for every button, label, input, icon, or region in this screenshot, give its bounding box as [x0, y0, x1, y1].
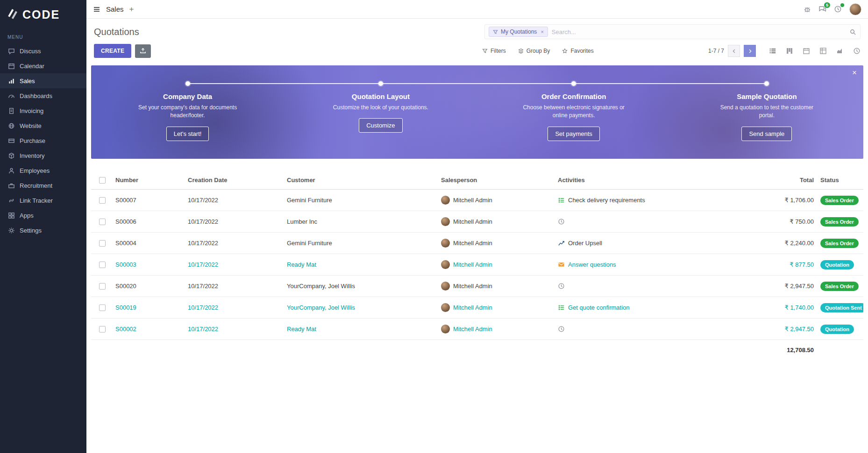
list-view-icon[interactable] — [769, 47, 776, 55]
customize-button[interactable]: Customize — [359, 118, 402, 133]
sidebar-item-settings[interactable]: Settings — [0, 223, 86, 238]
header-status[interactable]: Status — [818, 177, 863, 184]
row-checkbox[interactable] — [99, 197, 106, 204]
clock-icon[interactable] — [558, 218, 565, 225]
filters-button[interactable]: Filters — [482, 48, 506, 54]
table-row[interactable]: S00006 10/17/2022 Lumber Inc Mitchell Ad… — [91, 211, 863, 233]
table-row[interactable]: S00007 10/17/2022 Gemini Furniture Mitch… — [91, 190, 863, 211]
sidebar-item-label: Sales — [20, 78, 35, 85]
cell-total: ₹ 1,740.00 — [758, 304, 818, 311]
cell-activity[interactable]: Order Upsell — [568, 240, 602, 247]
status-badge: Sales Order — [820, 239, 859, 248]
search-input[interactable] — [552, 28, 849, 35]
sidebar-item-invoicing[interactable]: Invoicing — [0, 103, 86, 118]
select-all-checkbox[interactable] — [99, 177, 106, 184]
cell-total: ₹ 2,240.00 — [758, 240, 818, 247]
activities-clock-icon[interactable] — [834, 5, 842, 13]
lets-start-button[interactable]: Let's start! — [166, 127, 209, 141]
sidebar-item-link-tracker[interactable]: Link Tracker — [0, 193, 86, 208]
header-total[interactable]: Total — [758, 177, 818, 184]
kanban-view-icon[interactable] — [786, 47, 793, 55]
sidebar-item-label: Discuss — [20, 48, 41, 55]
sidebar-item-inventory[interactable]: Inventory — [0, 148, 86, 163]
cell-customer: Ready Mat — [285, 261, 439, 268]
step-description: Send a quotation to test the customer po… — [712, 104, 822, 120]
export-button[interactable] — [135, 44, 151, 58]
sidebar-item-recruitment[interactable]: Recruitment — [0, 178, 86, 193]
pivot-view-icon[interactable] — [819, 47, 827, 55]
table-row[interactable]: S00019 10/17/2022 YourCompany, Joel Will… — [91, 297, 863, 319]
sidebar-item-employees[interactable]: Employees — [0, 163, 86, 178]
pager-next-button[interactable] — [744, 45, 756, 57]
send-sample-button[interactable]: Send sample — [741, 127, 792, 141]
sidebar-item-purchase[interactable]: Purchase — [0, 133, 86, 148]
filter-funnel-icon — [493, 29, 498, 35]
row-checkbox[interactable] — [99, 219, 106, 225]
header-creation-date[interactable]: Creation Date — [186, 177, 285, 184]
favorites-star-icon — [562, 48, 568, 54]
create-button[interactable]: CREATE — [94, 44, 131, 58]
search-icon[interactable] — [849, 28, 856, 35]
cell-number: S00020 — [114, 283, 186, 290]
header-number[interactable]: Number — [114, 177, 186, 184]
view-switcher — [769, 47, 861, 55]
cell-activity[interactable]: Check delivery requirements — [568, 197, 645, 204]
row-checkbox[interactable] — [99, 283, 106, 290]
calendar-view-icon[interactable] — [803, 47, 810, 55]
table-row[interactable]: S00004 10/17/2022 Gemini Furniture Mitch… — [91, 233, 863, 254]
group-by-button[interactable]: Group By — [518, 48, 550, 54]
salesperson-avatar — [441, 303, 450, 312]
activities-badge-dot — [840, 3, 844, 7]
onboarding-step-order-confirmation: Order Confirmation Choose between electr… — [477, 92, 670, 159]
brand-logo[interactable]: CODE — [0, 0, 86, 28]
table-row[interactable]: S00003 10/17/2022 Ready Mat Mitchell Adm… — [91, 254, 863, 276]
facet-remove-icon[interactable]: × — [541, 29, 543, 35]
row-checkbox[interactable] — [99, 240, 106, 247]
activity-view-icon[interactable] — [853, 47, 861, 55]
sidebar-item-website[interactable]: Website — [0, 118, 86, 133]
debug-bug-icon[interactable] — [804, 6, 811, 13]
tasks-icon[interactable] — [558, 197, 565, 204]
header-salesperson[interactable]: Salesperson — [439, 177, 556, 184]
graph-view-icon[interactable] — [836, 47, 844, 55]
sidebar-item-label: Recruitment — [20, 182, 52, 189]
sidebar-item-apps[interactable]: Apps — [0, 208, 86, 223]
sidebar-item-dashboards[interactable]: Dashboards — [0, 88, 86, 103]
cell-date: 10/17/2022 — [186, 261, 285, 268]
cell-activity[interactable]: Answer questions — [568, 261, 616, 268]
tasks-icon[interactable] — [558, 304, 565, 311]
onboarding-step-sample-quotation: Sample Quotation Send a quotation to tes… — [670, 92, 863, 159]
sidebar-item-calendar[interactable]: Calendar — [0, 58, 86, 73]
table-row[interactable]: S00002 10/17/2022 Ready Mat Mitchell Adm… — [91, 319, 863, 340]
row-checkbox[interactable] — [99, 262, 106, 268]
brand-logo-icon — [7, 7, 19, 21]
app-title[interactable]: Sales — [106, 5, 124, 13]
cell-customer: YourCompany, Joel Willis — [285, 304, 439, 311]
sidebar-item-sales[interactable]: Sales — [0, 73, 86, 88]
search-facet-my-quotations[interactable]: My Quotations × — [489, 27, 548, 37]
row-checkbox[interactable] — [99, 326, 106, 333]
cell-activity[interactable]: Get quote confirmation — [568, 304, 630, 311]
pager-prev-button[interactable] — [728, 45, 740, 57]
search-bar[interactable]: My Quotations × — [484, 24, 861, 39]
row-checkbox[interactable] — [99, 304, 106, 311]
table-row[interactable]: S00020 10/17/2022 YourCompany, Joel Will… — [91, 276, 863, 297]
cell-number: S00003 — [114, 261, 186, 268]
cell-salesperson: Mitchell Admin — [453, 197, 492, 204]
add-tab-button[interactable]: + — [129, 5, 134, 14]
header-activities[interactable]: Activities — [556, 177, 758, 184]
clock-icon[interactable] — [558, 326, 565, 333]
sidebar-item-label: Settings — [20, 227, 42, 234]
onboarding-step-company-data: Company Data Set your company's data for… — [91, 92, 284, 159]
header-customer[interactable]: Customer — [285, 177, 439, 184]
status-badge: Quotation — [820, 325, 854, 334]
set-payments-button[interactable]: Set payments — [548, 127, 600, 141]
user-avatar[interactable] — [849, 3, 861, 15]
favorites-button[interactable]: Favorites — [562, 48, 593, 54]
email-icon[interactable] — [558, 261, 565, 268]
clock-icon[interactable] — [558, 283, 565, 290]
upsell-chart-icon[interactable] — [558, 240, 565, 247]
messages-icon[interactable]: 5 — [818, 5, 826, 13]
sidebar-item-discuss[interactable]: Discuss — [0, 43, 86, 58]
hamburger-menu-icon[interactable] — [93, 6, 100, 13]
